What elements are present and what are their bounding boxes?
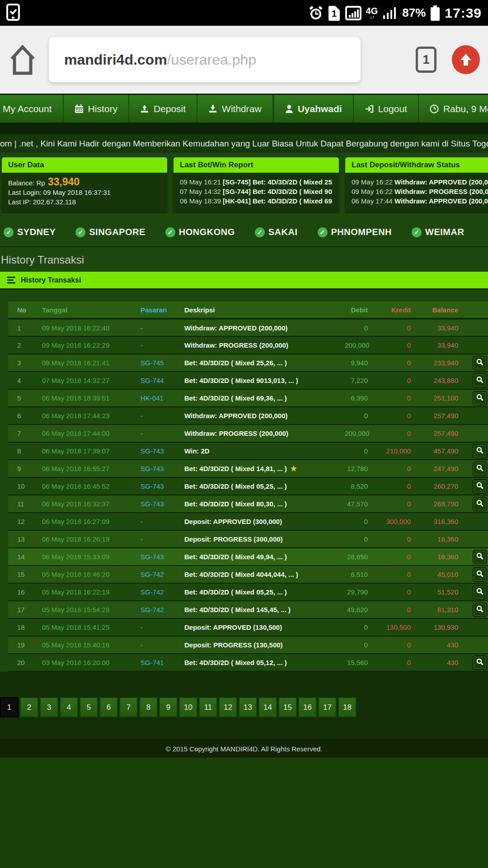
battery-percent: 87% — [402, 6, 426, 20]
row-market-code[interactable]: SG-743 — [131, 495, 175, 513]
page-button-13[interactable]: 13 — [239, 697, 257, 717]
row-market-code[interactable]: SG-744 — [131, 372, 175, 389]
market-link-phnompenh[interactable]: ✓PHNOMPENH — [318, 227, 392, 237]
page-button-9[interactable]: 9 — [159, 697, 178, 717]
page-button-2[interactable]: 2 — [20, 697, 38, 717]
market-link-singapore[interactable]: ✓SINGAPORE — [75, 227, 145, 237]
page-button-7[interactable]: 7 — [119, 697, 138, 717]
page-button-15[interactable]: 15 — [278, 697, 297, 717]
market-label: HONGKONG — [179, 227, 235, 237]
row-market-code[interactable]: SG-745 — [131, 354, 175, 372]
nav-history[interactable]: History — [64, 95, 129, 123]
col-deskripsi: Deskripsi — [175, 302, 345, 319]
row-market-code[interactable]: SG-743 — [131, 477, 175, 495]
row-detail-button[interactable] — [473, 585, 487, 599]
row-action-cell — [469, 654, 488, 671]
row-detail-button[interactable] — [473, 603, 487, 617]
last-bet-line: 09 May 16:21 [SG-745] Bet: 4D/3D/2D ( Mi… — [180, 177, 333, 187]
browser-menu-button[interactable] — [452, 45, 480, 74]
page-button-5[interactable]: 5 — [80, 697, 98, 717]
page-button-12[interactable]: 12 — [219, 697, 237, 717]
row-detail-button[interactable] — [473, 356, 487, 370]
nav-withdraw[interactable]: Withdraw — [197, 95, 273, 123]
check-icon: ✓ — [75, 227, 85, 237]
row-market-code[interactable]: HK-041 — [131, 389, 175, 407]
row-detail-button[interactable] — [473, 444, 487, 458]
nav-deposit[interactable]: Deposit — [129, 95, 197, 123]
magnifier-icon — [476, 587, 484, 597]
status-bar: 1 4G ↓↑ 87% 17:39 — [0, 0, 488, 26]
row-market-code[interactable]: SG-742 — [131, 601, 175, 618]
market-link-sakai[interactable]: ✓SAKAI — [255, 227, 298, 237]
row-number: 5 — [8, 389, 33, 407]
table-row: 14 06 May 2018 15:33:09 SG-743 Bet: 4D/3… — [8, 548, 488, 566]
row-market-code[interactable]: SG-743 — [131, 548, 175, 566]
row-detail-button[interactable] — [473, 567, 487, 582]
row-detail-button[interactable] — [473, 373, 487, 388]
market-label: SAKAI — [268, 227, 298, 237]
row-date: 09 May 2018 16:22:29 — [33, 336, 131, 354]
url-bar[interactable]: mandiri4d.com/userarea.php — [49, 37, 361, 82]
row-debit: 29,790 — [345, 583, 379, 601]
row-detail-button[interactable] — [473, 550, 487, 564]
row-balance: 45,010 — [422, 566, 469, 583]
balance-value: 33,940 — [48, 177, 80, 187]
magnifier-icon — [476, 464, 484, 473]
row-market-code[interactable]: SG-742 — [131, 566, 175, 583]
user-icon — [285, 104, 293, 113]
history-section-title: History Transaksi — [21, 276, 81, 284]
page-button-6[interactable]: 6 — [99, 697, 118, 717]
row-number: 2 — [8, 336, 33, 354]
row-market-code[interactable]: SG-743 — [131, 442, 175, 460]
row-detail-button[interactable] — [473, 391, 487, 406]
page-button-16[interactable]: 16 — [298, 697, 317, 717]
row-debit: 0 — [345, 618, 379, 636]
market-link-weimar[interactable]: ✓WEIMAR — [412, 227, 464, 237]
last-dw-panel: Last Deposit/Withdraw Status 09 May 16:2… — [345, 157, 488, 213]
row-market-code[interactable]: SG-743 — [131, 460, 175, 477]
row-detail-button[interactable] — [473, 479, 487, 494]
page-button-8[interactable]: 8 — [139, 697, 158, 717]
home-button[interactable] — [8, 43, 37, 76]
row-market-code[interactable]: SG-741 — [131, 654, 175, 671]
row-number: 14 — [8, 548, 33, 566]
row-description: Bet: 4D/3D/2D ( Mixed 69,36, ... ) — [175, 389, 345, 407]
nav-logout[interactable]: Logout — [354, 95, 419, 123]
market-link-hongkong[interactable]: ✓HONGKONG — [165, 227, 235, 237]
screenshot-check-icon — [6, 4, 20, 23]
page-button-4[interactable]: 4 — [60, 697, 78, 717]
magnifier-icon — [476, 499, 484, 509]
last-dw-line: 09 May 16:22 Withdraw: PROGRESS (200,000… — [352, 187, 488, 196]
row-description: Bet: 4D/3D/2D ( Mixed 4044,044, ... ) — [175, 566, 345, 583]
row-detail-button[interactable] — [473, 462, 487, 476]
market-link-sydney[interactable]: ✓SYDNEY — [4, 227, 56, 237]
nav-username[interactable]: Uyahwadi — [274, 95, 354, 123]
nav-my-account[interactable]: My Account — [0, 95, 64, 123]
col-debit: Debit — [345, 302, 379, 319]
page-button-1[interactable]: 1 — [0, 697, 19, 717]
row-balance: 16,360 — [422, 530, 469, 548]
last-bet-line: 06 May 18:39 [HK-041] Bet: 4D/3D/2D ( Mi… — [180, 196, 333, 206]
page-button-14[interactable]: 14 — [258, 697, 277, 717]
page-button-10[interactable]: 10 — [179, 697, 197, 717]
calendar-icon — [75, 104, 84, 113]
page-button-18[interactable]: 18 — [338, 697, 357, 717]
tab-count-button[interactable]: 1 — [416, 47, 436, 73]
row-detail-button[interactable] — [473, 497, 487, 511]
row-market-code[interactable]: SG-742 — [131, 583, 175, 601]
row-action-cell — [469, 354, 488, 372]
page-button-3[interactable]: 3 — [40, 697, 58, 717]
row-debit: 9,940 — [345, 354, 379, 372]
row-balance: 233,940 — [422, 354, 469, 372]
user-data-panel-title: User Data — [2, 157, 167, 173]
row-kredit: 0 — [379, 583, 422, 601]
page-button-17[interactable]: 17 — [318, 697, 337, 717]
row-balance: 430 — [422, 636, 469, 654]
check-icon: ✓ — [165, 227, 175, 237]
page-button-11[interactable]: 11 — [199, 697, 217, 717]
row-debit: 0 — [345, 530, 379, 548]
row-detail-button[interactable] — [473, 656, 487, 670]
battery-icon — [430, 5, 440, 21]
row-debit: 0 — [345, 636, 379, 654]
row-market-code: - — [131, 336, 175, 354]
